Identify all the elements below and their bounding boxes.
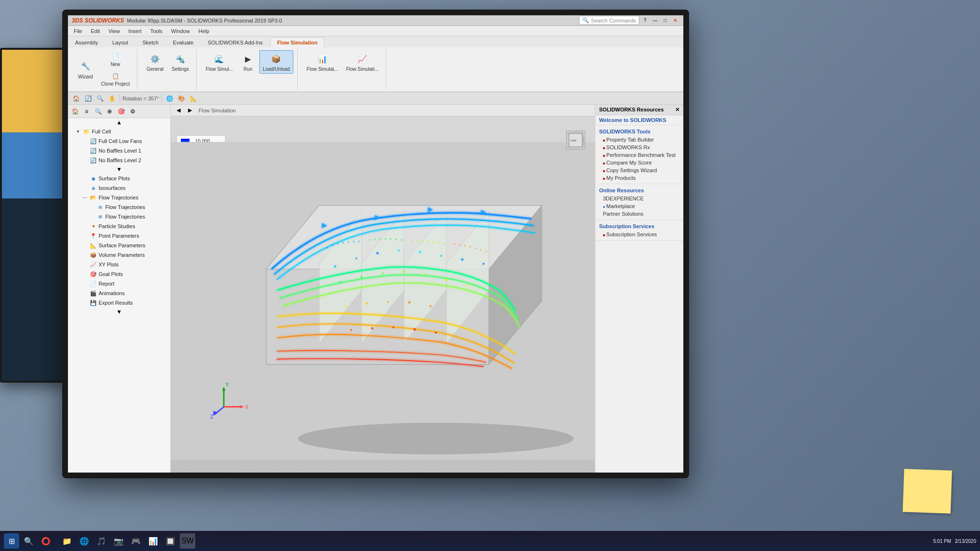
property-tab-builder[interactable]: Property Tab Builder — [595, 136, 683, 143]
tree-iso-label: Isosurfaces — [99, 185, 125, 191]
navigation-cube[interactable]: TOP — [566, 131, 585, 150]
tree-full-cell-fans[interactable]: 🔄 Full Cell Low Fans — [68, 136, 170, 146]
ribbon-loadunload-btn[interactable]: 📦 Load/Unload — [259, 50, 293, 74]
cmd-sphere-btn[interactable]: 🌐 — [164, 93, 175, 104]
search-box[interactable]: 🔍 Search Commands — [579, 16, 639, 25]
taskbar-app2[interactable]: 🔲 — [163, 533, 178, 549]
menu-file[interactable]: File — [70, 27, 86, 35]
compare-score[interactable]: Compare My Score — [595, 159, 683, 166]
tab-layout[interactable]: Layout — [105, 37, 135, 47]
ribbon-settings-btn[interactable]: 🔩 Settings — [168, 50, 192, 74]
taskbar-app1[interactable]: 📊 — [145, 533, 161, 549]
scroll-up[interactable]: ▲ — [68, 118, 170, 127]
taskbar-spotify[interactable]: 🎵 — [94, 533, 109, 549]
panel-search-btn[interactable]: 🔍 — [93, 106, 103, 117]
panel-config-btn[interactable]: ⚙ — [127, 106, 138, 117]
minimize-btn[interactable]: — — [651, 16, 659, 24]
marketplace[interactable]: Marketplace — [595, 202, 683, 210]
3dexperience[interactable]: 3DEXPERIENCE — [595, 195, 683, 202]
vp-back-btn[interactable]: ◀ — [174, 106, 183, 115]
tab-sketch[interactable]: Sketch — [135, 37, 166, 47]
right-panel-close[interactable]: ✕ — [675, 107, 679, 113]
welcome-text[interactable]: Welcome to SOLIDWORKS — [595, 115, 683, 125]
svg-point-18 — [398, 250, 400, 252]
close-btn[interactable]: ✕ — [671, 16, 679, 24]
start-button[interactable]: ⊞ — [4, 533, 19, 549]
sw-rx[interactable]: SOLIDWORKS Rx — [595, 143, 683, 151]
ribbon-run-btn[interactable]: ▶ Run — [238, 50, 258, 74]
tab-assembly[interactable]: Assembly — [68, 37, 105, 47]
vp-forward-btn[interactable]: ▶ — [185, 106, 195, 115]
tree-flow-traj-2[interactable]: ≋ Flow Trajectories — [68, 212, 170, 221]
scroll-down[interactable]: ▼ — [68, 308, 170, 316]
help-btn[interactable]: ? — [641, 16, 649, 24]
taskbar-photo[interactable]: 📷 — [111, 533, 126, 549]
menu-tools[interactable]: Tools — [146, 27, 167, 35]
cmd-home-btn[interactable]: 🏠 — [71, 93, 81, 104]
sw-tools-header[interactable]: SOLIDWORKS Tools — [595, 127, 683, 136]
taskbar-taskview[interactable]: ⭕ — [38, 533, 54, 549]
ribbon-results1-btn[interactable]: 📊 Flow Simulat... — [303, 50, 342, 74]
cmd-color-btn[interactable]: 🎨 — [176, 93, 187, 104]
tree-goal-plots[interactable]: 🎯 Goal Plots — [68, 269, 170, 279]
tree-animations[interactable]: 🎬 Animations — [68, 288, 170, 298]
tree-no-baffles-1[interactable]: 🔄 No Baffles Level 1 — [68, 146, 170, 155]
tab-addins[interactable]: SOLIDWORKS Add-Ins — [200, 37, 270, 47]
tree-xy-plots[interactable]: 📈 XY Plots — [68, 260, 170, 269]
cmd-zoom-btn[interactable]: 🔍 — [95, 93, 105, 104]
panel-pie-btn[interactable]: 🎯 — [116, 106, 126, 117]
maximize-btn[interactable]: □ — [661, 16, 669, 24]
ribbon-general-btn[interactable]: ⚙️ General — [143, 50, 167, 74]
tree-isosurfaces[interactable]: ◈ Isosurfaces — [68, 183, 170, 193]
online-header[interactable]: Online Resources — [595, 186, 683, 195]
panel-back-btn[interactable]: 🏠 — [70, 106, 80, 117]
ft1-icon: ≋ — [96, 203, 104, 211]
tree-flow-trajectories-folder[interactable]: — 📂 Flow Trajectories — [68, 193, 170, 202]
menu-window[interactable]: Window — [167, 27, 194, 35]
taskbar-solidworks[interactable]: SW — [180, 533, 195, 549]
tree-report[interactable]: 📄 Report — [68, 279, 170, 288]
tree-volume-params[interactable]: 📦 Volume Parameters — [68, 250, 170, 260]
partner-solutions[interactable]: Partner Solutions — [595, 210, 683, 218]
svg-point-47 — [369, 239, 370, 241]
tab-evaluate[interactable]: Evaluate — [166, 37, 200, 47]
taskbar-search[interactable]: 🔍 — [21, 533, 36, 549]
ribbon-flowsim-btn[interactable]: 🌊 Flow Simul... — [202, 50, 236, 74]
tree-export[interactable]: 💾 Export Results — [68, 298, 170, 308]
taskbar-file-explorer[interactable]: 📁 — [59, 533, 75, 549]
subscription-header[interactable]: Subscription Services — [595, 222, 683, 231]
panel-list-btn[interactable]: ≡ — [81, 106, 92, 117]
tree-particle-studies[interactable]: ✦ Particle Studies — [68, 221, 170, 231]
ribbon-wizard-btn[interactable]: 🔧 Wizard — [75, 58, 96, 81]
menu-edit[interactable]: Edit — [87, 27, 104, 35]
taskbar-game[interactable]: 🎮 — [128, 533, 144, 549]
copy-settings[interactable]: Copy Settings Wizard — [595, 166, 683, 174]
ribbon-clone-btn[interactable]: 📋 Clone Project — [98, 70, 133, 88]
perf-benchmark[interactable]: Performance Benchmark Test — [595, 151, 683, 159]
svg-point-36 — [371, 327, 374, 330]
taskbar-browser[interactable]: 🌐 — [77, 533, 92, 549]
flow-simulation-viz: Y X Z — [171, 116, 595, 473]
viewport-3d[interactable]: 10.000 8.571 7.143 5.714 4.286 2.857 1.4… — [171, 116, 595, 473]
tree-no-baffles-2[interactable]: 🔄 No Baffles Level 2 — [68, 155, 170, 165]
tree-point-params[interactable]: 📍 Point Parameters — [68, 231, 170, 241]
menu-insert[interactable]: Insert — [124, 27, 145, 35]
tab-flow-simulation[interactable]: Flow Simulation — [270, 37, 324, 47]
ribbon-new-btn[interactable]: 📄 New — [98, 50, 133, 69]
my-products[interactable]: My Products — [595, 174, 683, 182]
tree-flow-traj-1[interactable]: ≋ Flow Trajectories — [68, 202, 170, 212]
subscription-services[interactable]: Subscription Services — [595, 231, 683, 238]
cmd-rotate-btn[interactable]: 🔄 — [83, 93, 93, 104]
tree-surface-plots[interactable]: ◆ Surface Plots — [68, 174, 170, 183]
tree-surface-params[interactable]: 📐 Surface Parameters — [68, 241, 170, 250]
panel-target-btn[interactable]: ⊕ — [104, 106, 115, 117]
expander-fans — [81, 138, 88, 144]
tree-full-cell[interactable]: ▼ 📁 Full Cell — [68, 127, 170, 136]
ribbon-results2-btn[interactable]: 📈 Flow Simulati... — [343, 50, 382, 74]
menu-help[interactable]: Help — [195, 27, 213, 35]
cmd-pan-btn[interactable]: ✋ — [107, 93, 117, 104]
cmd-display-btn[interactable]: 📐 — [188, 93, 199, 104]
scroll-down-mid[interactable]: ▼ — [68, 165, 170, 174]
baffles2-icon: 🔄 — [89, 156, 97, 164]
menu-view[interactable]: View — [105, 27, 124, 35]
